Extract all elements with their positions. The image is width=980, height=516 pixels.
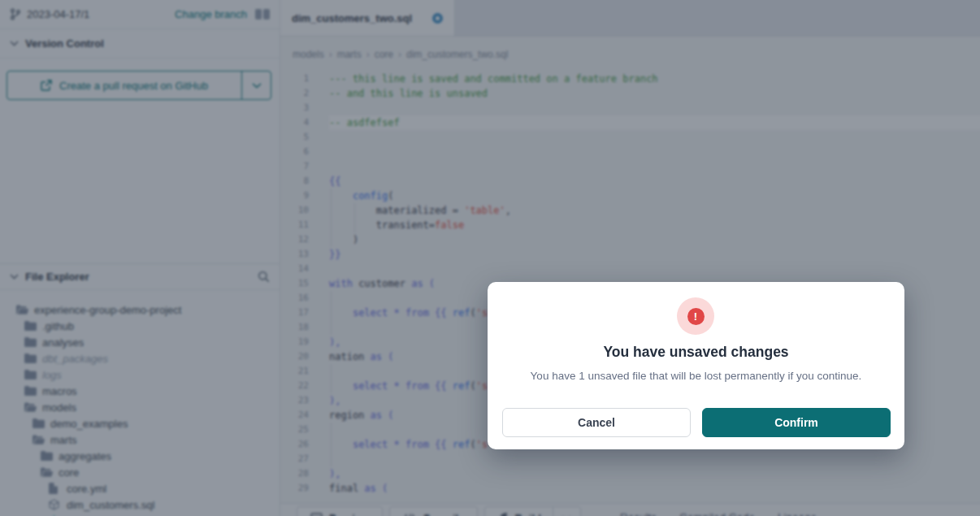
app-window: 2023-04-17/1 Change branch Version Contr… [0,0,980,516]
confirm-button[interactable]: Confirm [702,408,891,437]
cancel-button[interactable]: Cancel [502,408,691,437]
alert-icon: ! [687,308,705,325]
unsaved-changes-modal: ! You have unsaved changes You have 1 un… [488,282,904,449]
modal-title: You have unsaved changes [488,344,904,361]
alert-icon-ring: ! [677,297,714,335]
modal-body-text: You have 1 unsaved file that will be los… [488,370,904,382]
modal-actions: Cancel Confirm [502,408,891,437]
